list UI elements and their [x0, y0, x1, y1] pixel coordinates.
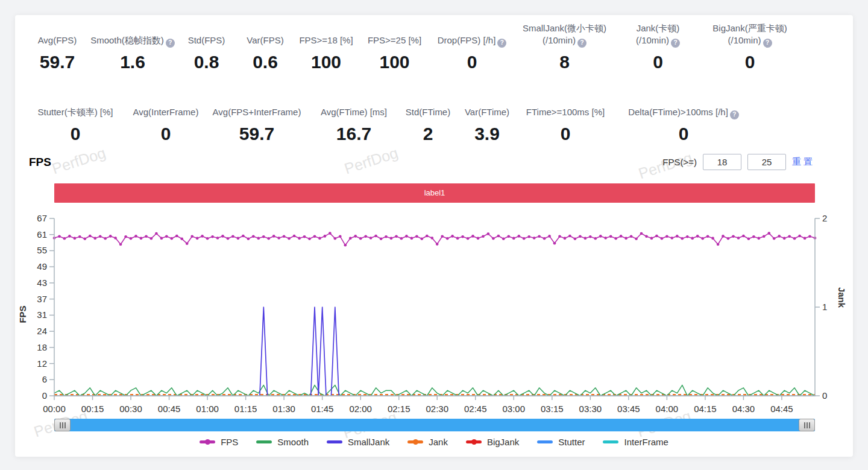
- legend-item-bigjank[interactable]: BigJank: [466, 437, 519, 447]
- stat-stats_row1-0: Avg(FPS)59.7: [24, 20, 90, 72]
- svg-text:01:00: 01:00: [196, 404, 219, 414]
- stats-row-1: Avg(FPS)59.7Smooth(稳帧指数)?1.6Std(FPS)0.8V…: [24, 20, 844, 72]
- reset-button[interactable]: 重置: [792, 156, 815, 168]
- svg-text:02:15: 02:15: [388, 404, 410, 414]
- stat-label: Drop(FPS) [/h]?: [429, 20, 515, 46]
- svg-text:55: 55: [37, 245, 47, 255]
- fps-threshold-label: FPS(>=): [662, 157, 697, 167]
- legend-label: Smooth: [277, 437, 309, 447]
- stat-label-line1: Var(FPS): [247, 34, 283, 46]
- fps-jank-chart[interactable]: 676155494337312418126021000:0000:1500:30…: [15, 208, 853, 416]
- stat-stats_row1-1: Smooth(稳帧指数)?1.6: [90, 20, 175, 72]
- stat-label-line1: Avg(FPS+InterFrame): [213, 106, 301, 118]
- svg-text:01:45: 01:45: [311, 404, 334, 414]
- svg-text:03:00: 03:00: [503, 404, 526, 414]
- stat-value: 3.9: [457, 124, 517, 144]
- svg-text:02:30: 02:30: [426, 404, 448, 414]
- stat-label-line2: (/10min)?: [636, 34, 680, 46]
- stat-label: SmallJank(微小卡顿)(/10min)?: [515, 20, 614, 46]
- stat-label-line1: Jank(卡顿): [637, 22, 680, 34]
- stat-value: 0: [614, 52, 702, 72]
- stat-label: Stutter(卡顿率) [%]: [24, 92, 127, 118]
- stat-label-line2: (/10min)?: [728, 34, 772, 46]
- legend-item-stutter[interactable]: Stutter: [537, 437, 585, 447]
- stat-stats_row1-4: FPS>=18 [%]100: [292, 20, 360, 72]
- fps-threshold-controls: FPS(>=) 重置: [662, 154, 815, 170]
- stat-stats_row2-0: Stutter(卡顿率) [%]0: [24, 92, 127, 144]
- stat-value: 0: [702, 52, 798, 72]
- stat-value: 0: [24, 124, 127, 144]
- scrollbar-left-handle[interactable]: [54, 419, 71, 431]
- svg-text:00:30: 00:30: [119, 404, 142, 414]
- svg-text:0: 0: [822, 390, 827, 401]
- svg-text:04:15: 04:15: [694, 404, 717, 414]
- svg-text:01:30: 01:30: [272, 404, 295, 414]
- legend-dot-icon: [205, 439, 210, 445]
- stat-stats_row1-5: FPS>=25 [%]100: [360, 20, 429, 72]
- legend-item-interframe[interactable]: InterFrame: [603, 437, 668, 447]
- svg-text:2: 2: [822, 213, 827, 223]
- legend-item-jank[interactable]: Jank: [407, 437, 448, 447]
- legend-label: SmallJank: [348, 437, 389, 447]
- stat-stats_row2-2: Avg(FPS+InterFrame)59.7: [205, 92, 309, 144]
- svg-text:61: 61: [37, 229, 47, 240]
- stats-row-2: Stutter(卡顿率) [%]0Avg(InterFrame)0Avg(FPS…: [24, 92, 844, 144]
- stat-label-line1: BigJank(严重卡顿): [712, 22, 787, 34]
- stat-label: FPS>=18 [%]: [292, 20, 360, 46]
- help-icon[interactable]: ?: [166, 39, 175, 48]
- stat-label: Avg(InterFrame): [127, 92, 205, 118]
- stat-value: 1.6: [90, 52, 175, 72]
- svg-text:02:00: 02:00: [349, 404, 372, 414]
- svg-text:03:45: 03:45: [617, 404, 640, 414]
- stat-label: Avg(FPS): [24, 20, 90, 46]
- help-icon[interactable]: ?: [730, 110, 739, 119]
- legend-item-smalljank[interactable]: SmallJank: [327, 437, 389, 447]
- svg-text:03:15: 03:15: [541, 404, 564, 414]
- stat-label: FPS>=25 [%]: [360, 20, 429, 46]
- svg-text:04:00: 04:00: [656, 404, 679, 414]
- legend-label: FPS: [221, 437, 238, 447]
- svg-text:02:45: 02:45: [464, 404, 487, 414]
- chart-legend: FPSSmoothSmallJankJankBigJankStutterInte…: [15, 437, 853, 447]
- chart-section-title: FPS: [29, 156, 51, 169]
- legend-item-fps[interactable]: FPS: [200, 437, 238, 447]
- svg-text:24: 24: [37, 326, 47, 336]
- stat-label-line1: FPS>=25 [%]: [368, 34, 421, 46]
- stat-label: BigJank(严重卡顿)(/10min)?: [702, 20, 798, 46]
- stat-label: Delta(FTime)>100ms [/h]?: [614, 92, 753, 118]
- svg-text:01:15: 01:15: [234, 404, 257, 414]
- fps-threshold-input-2[interactable]: [747, 154, 786, 170]
- stat-value: 0.6: [238, 52, 292, 72]
- stat-label-line1: Smooth(稳帧指数)?: [90, 34, 175, 46]
- chart-range-scrollbar[interactable]: [54, 419, 815, 431]
- stat-label-line1: Avg(InterFrame): [133, 106, 199, 118]
- stat-label-line1: Std(FPS): [188, 34, 225, 46]
- svg-text:43: 43: [37, 278, 47, 288]
- legend-marker-icon: [603, 440, 618, 443]
- svg-text:00:45: 00:45: [158, 404, 181, 414]
- fps-threshold-input-1[interactable]: [703, 154, 741, 170]
- stat-stats_row2-3: Avg(FTime) [ms]16.7: [309, 92, 399, 144]
- stat-value: 2: [399, 124, 457, 144]
- help-icon[interactable]: ?: [577, 39, 587, 48]
- svg-text:37: 37: [37, 294, 47, 304]
- help-icon[interactable]: ?: [763, 39, 772, 48]
- help-icon[interactable]: ?: [497, 39, 506, 48]
- stat-stats_row1-2: Std(FPS)0.8: [175, 20, 238, 72]
- stat-stats_row1-9: BigJank(严重卡顿)(/10min)?0: [702, 20, 798, 72]
- scrollbar-right-handle[interactable]: [799, 419, 815, 431]
- svg-text:00:15: 00:15: [81, 404, 104, 414]
- svg-text:04:45: 04:45: [770, 404, 793, 414]
- svg-text:49: 49: [37, 261, 47, 272]
- stat-label-line1: Delta(FTime)>100ms [/h]?: [628, 106, 739, 118]
- help-icon[interactable]: ?: [671, 39, 680, 48]
- legend-item-smooth[interactable]: Smooth: [256, 437, 309, 447]
- stat-stats_row2-7: Delta(FTime)>100ms [/h]?0: [614, 92, 753, 144]
- svg-text:04:30: 04:30: [732, 404, 755, 414]
- stat-label: Avg(FPS+InterFrame): [205, 92, 309, 118]
- stat-value: 59.7: [24, 52, 90, 72]
- legend-marker-icon: [200, 440, 215, 443]
- legend-label: Stutter: [558, 437, 585, 447]
- stat-label-line1: FPS>=18 [%]: [299, 34, 353, 46]
- grip-icon: [804, 422, 810, 428]
